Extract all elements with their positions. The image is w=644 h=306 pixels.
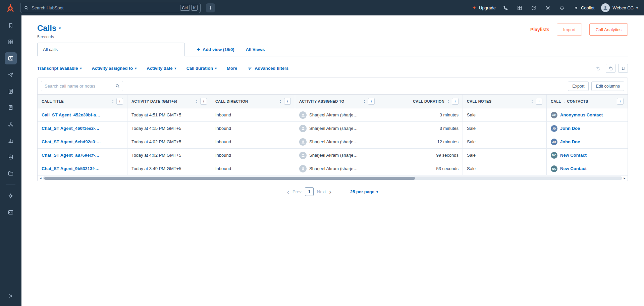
sort-icon[interactable]	[111, 99, 115, 104]
expand-sidebar-icon[interactable]	[5, 290, 17, 302]
column-menu-icon[interactable]: ⋮	[536, 98, 542, 105]
contact-link[interactable]: John Doe	[560, 126, 580, 131]
shortcut-keycaps: Ctrl K	[180, 5, 198, 11]
call-title-link[interactable]: Chat_ST Agent_9b53213f-…	[42, 166, 100, 171]
sort-icon[interactable]	[279, 99, 282, 104]
sidebar-reporting-icon[interactable]	[5, 135, 17, 147]
sidebar-divider	[6, 185, 15, 185]
column-menu-icon[interactable]: ⋮	[452, 98, 459, 105]
scrollbar-thumb[interactable]	[44, 177, 415, 180]
copilot-sparkle-icon	[574, 5, 579, 10]
call-notes: Sale	[467, 153, 476, 158]
contact-link[interactable]: New Contact	[560, 166, 587, 171]
chevron-down-icon: ▾	[636, 6, 638, 10]
sidebar-data-icon[interactable]	[5, 151, 17, 163]
filter-activity-assigned-to[interactable]: Activity assigned to ▾	[92, 66, 137, 71]
marketplace-icon[interactable]	[515, 2, 525, 13]
call-direction: Inbound	[215, 126, 231, 131]
copy-view-button[interactable]	[606, 64, 615, 73]
scroll-right-icon[interactable]: ▸	[622, 176, 627, 180]
sidebar-marketing-icon[interactable]	[5, 69, 17, 81]
sort-icon[interactable]	[446, 99, 450, 104]
undo-icon[interactable]	[594, 64, 603, 73]
add-view-link[interactable]: Add view (1/50)	[196, 47, 234, 52]
call-direction: Inbound	[215, 153, 231, 158]
tab-all-calls[interactable]: All calls	[37, 43, 185, 56]
edit-columns-button[interactable]: Edit columns	[591, 82, 624, 91]
prev-page-label[interactable]: Prev	[292, 189, 302, 194]
global-search-input[interactable]: Search HubSpot Ctrl K	[20, 3, 201, 13]
sidebar-commerce-icon[interactable]	[5, 102, 17, 114]
create-button[interactable]	[206, 3, 215, 12]
settings-icon[interactable]	[543, 2, 553, 13]
sort-icon[interactable]	[363, 99, 366, 104]
contact-link[interactable]: Anonymous Contact	[560, 112, 603, 117]
advanced-filters-button[interactable]: Advanced filters	[247, 66, 288, 71]
table-toolbar-buttons: Export Edit columns	[568, 82, 624, 91]
sidebar-bookmarks-icon[interactable]	[5, 19, 17, 32]
prev-page-chevron-icon[interactable]: ‹	[287, 189, 289, 195]
help-icon[interactable]	[529, 2, 539, 13]
filter-transcript-available[interactable]: Transcript available ▾	[37, 66, 82, 71]
call-analytics-button[interactable]: Call Analytics	[589, 23, 628, 36]
scrollbar-track[interactable]	[43, 176, 622, 180]
next-page-chevron-icon[interactable]: ›	[329, 189, 331, 195]
next-page-label[interactable]: Next	[317, 189, 326, 194]
export-button[interactable]: Export	[568, 82, 589, 91]
sidebar-content-icon[interactable]	[5, 85, 17, 97]
calling-icon[interactable]	[500, 2, 511, 13]
copilot-button[interactable]: Copilot	[574, 5, 594, 10]
account-menu[interactable]: Webex CC ▾	[601, 3, 638, 12]
pagination: ‹ Prev 1 Next › 25 per page ▾	[37, 187, 628, 196]
current-page-button[interactable]: 1	[305, 187, 314, 196]
save-view-button[interactable]	[618, 64, 628, 73]
call-title-link[interactable]: Chat_ST Agent_6ebd92e3-…	[42, 139, 101, 144]
advanced-filters-icon	[247, 66, 252, 71]
column-menu-icon[interactable]: ⋮	[368, 98, 375, 105]
upgrade-button[interactable]: Upgrade	[472, 5, 496, 10]
playlists-link[interactable]: Playlists	[530, 27, 549, 32]
per-page-dropdown[interactable]: 25 per page ▾	[350, 189, 378, 194]
sidebar-crm-contacts-icon[interactable]	[5, 52, 17, 64]
advanced-filters-label: Advanced filters	[255, 66, 288, 71]
notifications-icon[interactable]	[557, 2, 568, 13]
call-duration: 53 seconds	[436, 166, 459, 171]
column-header-call-duration: CALL DURATION ⋮	[379, 95, 463, 108]
upgrade-icon	[472, 5, 477, 10]
call-title-link[interactable]: Chat_ST Agent_460f1ee2-…	[42, 126, 99, 131]
filter-more[interactable]: More	[227, 66, 237, 71]
column-menu-icon[interactable]: ⋮	[200, 98, 207, 105]
plus-icon	[208, 5, 213, 10]
table-search-input[interactable]	[45, 84, 115, 89]
call-direction: Inbound	[215, 166, 231, 171]
page-title[interactable]: Calls ▾	[37, 23, 61, 33]
sidebar-development-icon[interactable]	[5, 206, 17, 218]
sidebar-library-icon[interactable]	[5, 167, 17, 180]
scroll-left-icon[interactable]: ◂	[38, 176, 43, 180]
contact-link[interactable]: John Doe	[560, 139, 580, 144]
column-menu-icon[interactable]: ⋮	[284, 98, 291, 105]
call-title-link[interactable]: Chat_ST Agent_a8769ecf-…	[42, 153, 99, 158]
call-duration: 12 minutes	[437, 139, 459, 144]
horizontal-scrollbar[interactable]: ◂ ▸	[38, 175, 628, 181]
import-button[interactable]: Import	[557, 23, 582, 36]
call-title-link[interactable]: Call_ST Agent_452e30bf-a…	[42, 112, 100, 117]
sort-icon[interactable]	[530, 99, 534, 104]
activity-date: Today at 4:02 PM GMT+5	[131, 153, 181, 158]
table-header-row: CALL TITLE ⋮ ACTIVITY DATE (GMT+5) ⋮ CAL…	[38, 94, 628, 108]
column-menu-icon[interactable]: ⋮	[617, 98, 624, 105]
filter-call-duration[interactable]: Call duration ▾	[186, 66, 217, 71]
records-count: 5 records	[37, 35, 61, 39]
column-menu-icon[interactable]: ⋮	[116, 98, 123, 105]
table-search-field[interactable]	[41, 81, 123, 91]
hubspot-logo-icon[interactable]	[5, 3, 15, 12]
sidebar-automations-icon[interactable]	[5, 118, 17, 130]
sidebar-ai-icon[interactable]	[5, 190, 17, 202]
sidebar-workspace-grid-icon[interactable]	[5, 36, 17, 48]
filter-activity-date[interactable]: Activity date ▾	[147, 66, 176, 71]
contact-link[interactable]: New Contact	[560, 153, 587, 158]
all-views-link[interactable]: All Views	[246, 47, 265, 52]
column-header-call-direction: CALL DIRECTION ⋮	[211, 95, 295, 108]
sort-icon[interactable]	[195, 99, 199, 104]
search-icon	[24, 5, 29, 10]
